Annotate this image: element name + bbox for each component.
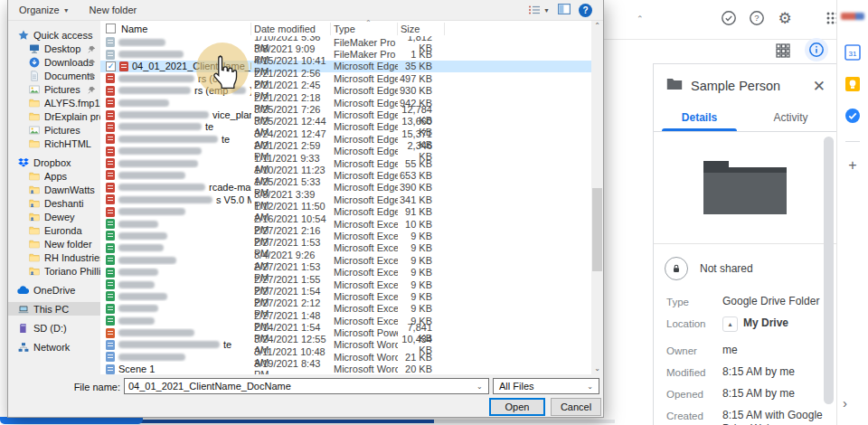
file-row[interactable]: 2/14/2021 1:54 PMMicrosoft PowerPo...7,8…: [100, 326, 591, 338]
sidebar-item-dewey[interactable]: Dewey: [8, 210, 100, 223]
pdf-file-icon: [106, 183, 115, 193]
file-row[interactable]: 3/8/2021 9:09 PMFileMaker Pro Sna...1 KB: [100, 48, 591, 60]
sidebar-item-richhtml[interactable]: RichHTML: [8, 137, 100, 150]
chevron-down-icon[interactable]: ⌄: [476, 382, 483, 391]
file-row[interactable]: s V5.0 MAR 2...3/8/2021 3:39 PMMicrosoft…: [100, 194, 591, 205]
file-type: Microsoft Excel W...: [331, 219, 398, 230]
panel-scrollbar[interactable]: [824, 137, 834, 404]
sidebar-item-deshanti[interactable]: Deshanti: [8, 196, 100, 210]
picture-icon: [28, 124, 40, 136]
workspace-logo: [841, 13, 864, 20]
file-row[interactable]: te3/25/2021 12:44 AMMicrosoft Edge PD...…: [100, 121, 591, 133]
sidebar-item-alyfs-fmp12-2021-0[interactable]: ALYFS.fmp12.2021-0: [8, 96, 100, 109]
file-name-input[interactable]: [124, 378, 489, 394]
file-type: Microsoft Word D...: [331, 352, 398, 363]
file-list: ⌃ NameDate modifiedTypeSize 1/10/2021 5:…: [100, 21, 603, 374]
column-header-name[interactable]: Name: [100, 23, 251, 35]
scroll-up-icon[interactable]: ⌃: [591, 21, 603, 32]
sidebar-item-pictures[interactable]: Pictures: [8, 123, 100, 137]
file-row[interactable]: 1/11/2021 9:33 AMMicrosoft Edge PD...55 …: [100, 157, 591, 169]
file-row[interactable]: 2/27/2021 1:53 PMMicrosoft Excel W...9 K…: [100, 266, 591, 278]
sidebar-item-toriano-phillips[interactable]: Toriano Phillips: [8, 264, 100, 278]
file-row[interactable]: 1/10/2021 5:36 PMFileMaker Pro Dat...1,8…: [100, 36, 591, 48]
settings-icon[interactable]: ⚙: [776, 9, 794, 27]
file-row[interactable]: 3/4/2021 9:26 AMMicrosoft Excel W...9 KB: [100, 254, 591, 266]
file-row[interactable]: 2/27/2021 2:12 PMMicrosoft Excel W...9 K…: [100, 303, 591, 315]
sidebar-item-quick-access[interactable]: Quick access: [8, 28, 100, 42]
sidebar-item-documents[interactable]: Documents: [8, 69, 100, 82]
pdf-file-icon: [106, 122, 115, 132]
file-row[interactable]: 2/27/2021 1:55 PMMicrosoft Excel W...9 K…: [100, 279, 591, 290]
sidebar-item-rh-industries[interactable]: RH Industries: [8, 250, 100, 264]
file-checkbox[interactable]: ✓: [106, 61, 116, 71]
file-row[interactable]: 2/27/2021 2:16 PMMicrosoft Excel W...9 K…: [100, 230, 591, 241]
column-header-date-modified[interactable]: Date modified: [251, 23, 331, 35]
column-header-type[interactable]: Type: [331, 23, 398, 35]
file-type: Microsoft Word D...: [331, 339, 398, 350]
calendar-icon[interactable]: 31: [844, 44, 861, 61]
dialog-help-icon[interactable]: ?: [579, 4, 592, 17]
file-row[interactable]: 2/27/2021 1:54 PMMicrosoft Excel W...9 K…: [100, 290, 591, 302]
scrollbar-thumb[interactable]: [592, 188, 602, 271]
file-type-select[interactable]: All Files ⌄: [493, 378, 599, 394]
sidebar-item-this-pc[interactable]: This PC: [8, 302, 100, 316]
tab-activity[interactable]: Activity: [745, 103, 836, 131]
scroll-down-icon[interactable]: ⌄: [591, 364, 603, 374]
file-row[interactable]: 2/21/2021 2:18 PMMicrosoft Edge PD...942…: [100, 97, 591, 109]
help-icon[interactable]: ?: [748, 9, 766, 27]
column-header-size[interactable]: Size: [398, 23, 445, 35]
get-addons-icon[interactable]: +: [844, 157, 861, 174]
xls-file-icon: [106, 243, 115, 253]
file-row[interactable]: rcade-machin...1/25/2021 5:33 PMMicrosof…: [100, 182, 591, 194]
file-row[interactable]: Scene 13/19/2021 8:43 PMMicrosoft Word D…: [100, 364, 591, 374]
sidebar-item-new-folder[interactable]: New folder: [8, 237, 100, 250]
file-row[interactable]: 2/16/2021 10:54 PMMicrosoft Excel W...10…: [100, 218, 591, 230]
file-row[interactable]: 2/21/2021 2:59 PMMicrosoft Edge PD...2,3…: [100, 146, 591, 157]
keep-icon[interactable]: [844, 76, 861, 92]
tasks-icon[interactable]: [844, 108, 861, 124]
redacted-file-name: [118, 354, 185, 361]
file-row[interactable]: 1/10/2021 11:23 AMMicrosoft Edge PD...65…: [100, 169, 591, 181]
sidebar-item-apps[interactable]: Apps: [8, 169, 100, 183]
sidebar-item-drexplain-projects[interactable]: DrExplain projects: [8, 109, 100, 123]
sidebar-item-dawnwatts[interactable]: DawnWatts: [8, 183, 100, 196]
sidebar-item-dropbox[interactable]: Dropbox: [8, 156, 100, 169]
chevron-down-icon: ▼: [63, 7, 70, 14]
file-row[interactable]: 2/27/2021 1:48 PMMicrosoft Excel W...9 K…: [100, 315, 591, 326]
sidebar-item-sd-d[interactable]: SD (D:): [8, 321, 100, 335]
file-row[interactable]: 1/12/2021 11:50 AMMicrosoft Edge PD...91…: [100, 205, 591, 217]
sidebar-item-downloads[interactable]: Downloads: [8, 55, 100, 69]
file-row[interactable]: rs (emp)2/21/2021 2:45 PMMicrosoft Edge …: [100, 85, 591, 97]
pdf-file-icon: [106, 86, 115, 96]
sidebar-item-network[interactable]: Network: [8, 340, 100, 354]
collapse-panel-chevron-icon[interactable]: ›: [843, 395, 847, 411]
offline-status-icon[interactable]: [720, 9, 738, 27]
preview-pane-button[interactable]: [558, 4, 571, 16]
detail-field-modified: Modified8:15 AM by me: [666, 365, 826, 379]
sidebar-item-onedrive[interactable]: OneDrive: [8, 283, 100, 297]
tab-details[interactable]: Details: [654, 103, 745, 131]
open-button[interactable]: Open: [489, 398, 545, 416]
sidebar-item-desktop[interactable]: Desktop: [8, 42, 100, 55]
change-view-button[interactable]: ▼: [528, 5, 550, 15]
file-row-selected[interactable]: ✓04_01_2021_ClientName_DocName4/15/2021 …: [100, 61, 591, 72]
file-row[interactable]: rs (clie2/21/2021 2:56 PMMicrosoft Edge …: [100, 72, 591, 84]
cancel-button[interactable]: Cancel: [551, 398, 601, 416]
pdf-file-icon: [106, 73, 115, 83]
file-row[interactable]: 2/27/2021 1:53 PMMicrosoft Excel W...9 K…: [100, 242, 591, 254]
close-icon[interactable]: ✕: [813, 79, 826, 94]
lock-icon: [665, 257, 688, 280]
file-size: 1 KB: [398, 49, 445, 60]
grid-view-icon[interactable]: [775, 42, 791, 59]
sidebar-item-pictures[interactable]: Pictures: [8, 82, 100, 96]
file-row[interactable]: te3/24/2021 12:55 AMMicrosoft Word D...1…: [100, 339, 591, 351]
info-icon[interactable]: [805, 38, 828, 61]
list-scrollbar[interactable]: ⌃ ⌄: [591, 21, 603, 374]
organize-button[interactable]: Organize ▼: [15, 3, 73, 17]
select-all-checkbox[interactable]: [106, 24, 116, 33]
new-folder-button[interactable]: New folder: [86, 3, 141, 17]
file-row[interactable]: te3/24/2021 12:47 AMMicrosoft Edge PD...…: [100, 133, 591, 145]
file-row[interactable]: vice_plan3/25/2021 7:26 PMMicrosoft Edge…: [100, 109, 591, 120]
sidebar-item-euronda[interactable]: Euronda: [8, 223, 100, 237]
file-row[interactable]: 3/11/2021 10:48 AMMicrosoft Word D...21 …: [100, 351, 591, 363]
